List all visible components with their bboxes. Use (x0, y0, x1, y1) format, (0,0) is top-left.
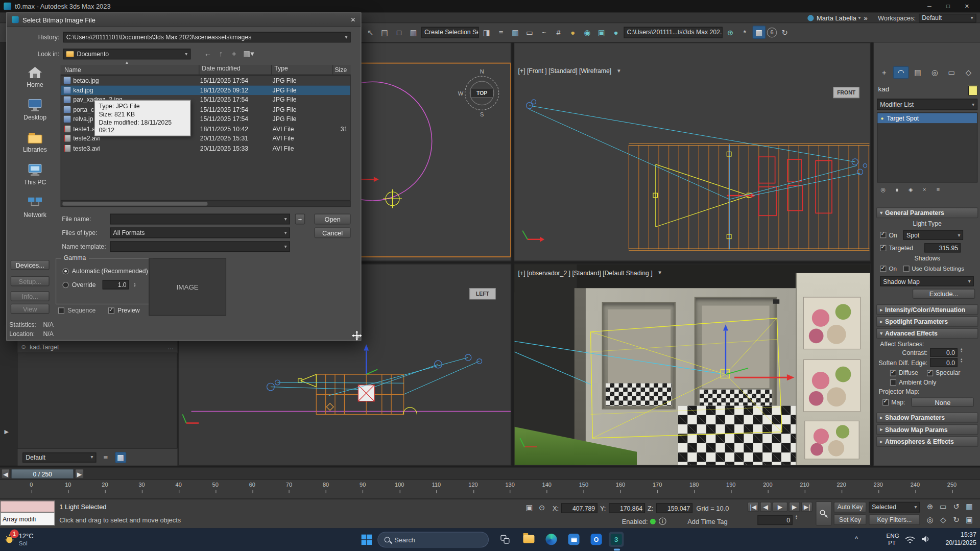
camera-glyph[interactable] (773, 299, 779, 304)
visibility-eye-icon[interactable]: ⊙ (21, 344, 26, 350)
target-line[interactable] (727, 145, 731, 250)
go-end-button[interactable]: ▶| (801, 502, 812, 512)
place-this-pc[interactable]: This PC (11, 163, 59, 185)
language-indicator[interactable]: ENG (886, 532, 899, 539)
zoom-region-icon[interactable]: ▦ (963, 500, 975, 513)
project-path-field[interactable]: C:\Users\201111...ts\3ds Max 202... (624, 27, 722, 38)
selection-set-select[interactable]: Create Selection Se▾ (421, 27, 479, 38)
selected-target-box[interactable] (358, 385, 374, 401)
mirror-icon[interactable]: ◨ (480, 26, 493, 39)
view-button[interactable]: View (11, 304, 50, 314)
time-slider-handle[interactable]: 0 / 250 (11, 469, 74, 479)
file-name-input[interactable]: ▾ (110, 214, 290, 225)
preview-checkbox[interactable] (108, 307, 114, 314)
motion-tab-icon[interactable]: ◎ (927, 66, 943, 79)
dialog-close-icon[interactable]: ✕ (350, 16, 355, 23)
viewport-perspective-label[interactable]: [+] [observador_2 ] [Standard] [Default … (518, 270, 653, 276)
user-menu[interactable]: Marta Labella▾ (817, 14, 861, 22)
minimize-button[interactable]: ─ (920, 3, 939, 9)
y-coordinate-field[interactable]: 170.864 (609, 503, 645, 513)
rollout-advanced-effects[interactable]: ▾Advanced Effects (876, 328, 978, 339)
hierarchy-tab-icon[interactable]: ▤ (910, 66, 926, 79)
rollout-general-parameters[interactable]: ▾General Parameters (876, 207, 978, 218)
info-button[interactable]: Info... (11, 291, 50, 301)
sequence-checkbox[interactable] (58, 307, 64, 314)
layer-list-icon[interactable]: ≡ (100, 451, 111, 463)
close-button[interactable]: ✕ (958, 3, 976, 9)
render-setup-icon[interactable]: ◉ (581, 26, 594, 39)
rollout-intensity[interactable]: ▸Intensity/Color/Attenuation (876, 304, 978, 315)
viewport-perspective[interactable]: [+] [observador_2 ] [Standard] [Default … (514, 263, 871, 465)
zoom-icon[interactable]: ⊕ (924, 500, 936, 513)
pin-stack-icon[interactable]: ◎ (877, 184, 889, 194)
select-by-name-icon[interactable]: ▤ (378, 26, 391, 39)
open-button[interactable]: Open (315, 214, 351, 225)
menu-overflow-chevron[interactable]: » (864, 14, 868, 22)
set-keys-big-button[interactable] (816, 501, 832, 526)
map-checkbox[interactable] (882, 399, 889, 405)
maxscript-mini-listener[interactable]: Array modifi (0, 513, 55, 526)
rollout-shadow-parameters[interactable]: ▸Shadow Parameters (876, 413, 978, 423)
file-explorer-icon[interactable] (521, 532, 536, 547)
soften-field[interactable]: 0.0 (930, 358, 958, 367)
window-crossing-icon[interactable]: ▦ (407, 26, 420, 39)
helper-gizmo[interactable] (383, 189, 402, 208)
viewcube-front[interactable]: FRONT (833, 87, 859, 98)
viewcube-left[interactable]: LEFT (469, 288, 495, 299)
specular-checkbox[interactable] (927, 370, 933, 376)
named-set-select[interactable]: Default▾ (22, 452, 96, 462)
horizontal-scrollbar[interactable] (61, 201, 351, 207)
start-button[interactable] (361, 534, 372, 545)
align-icon[interactable]: ≡ (494, 26, 508, 39)
task-view-icon[interactable] (497, 532, 512, 547)
time-slider-track[interactable]: ◀ 0 / 250 ▶ (0, 467, 980, 480)
grid-toggle-icon[interactable]: ▦ (115, 451, 126, 463)
material-editor-icon[interactable]: ● (566, 26, 580, 39)
rollout-shadow-map-params[interactable]: ▸Shadow Map Params (876, 424, 978, 435)
select-object-icon[interactable]: ↖ (364, 26, 377, 39)
maximize-button[interactable]: □ (939, 3, 958, 9)
spotlight-cone[interactable] (298, 374, 316, 387)
make-unique-icon[interactable]: ◈ (904, 184, 917, 194)
history-select[interactable]: C:\Users\20111101\Documents\3ds Max 2023… (63, 32, 351, 42)
devices-button[interactable]: Devices... (11, 260, 50, 270)
row-options-icon[interactable]: … (168, 344, 174, 350)
soften-spinner[interactable]: ▲▼ (960, 358, 963, 363)
back-icon[interactable]: ← (202, 48, 213, 59)
rendered-frame-icon[interactable]: ▣ (595, 26, 608, 39)
dock-expand-button[interactable]: ▶ (5, 429, 9, 435)
ribbon-toggle-icon[interactable]: ▭ (523, 26, 536, 39)
viewport-front-label[interactable]: [+] [Front ] [Standard] [Wireframe] (518, 67, 612, 74)
frame-forward-button[interactable]: ▶ (75, 469, 84, 479)
diamond-helper[interactable] (326, 403, 333, 411)
place-libraries[interactable]: Libraries (11, 131, 59, 153)
gamma-automatic-radio[interactable] (62, 268, 68, 274)
tray-expand-icon[interactable]: ^ (855, 535, 858, 542)
modifier-list-select[interactable]: Modifier List▾ (877, 99, 977, 110)
viewport-compass[interactable]: N W S TOP (458, 68, 499, 117)
file-row[interactable]: teste3.avi 20/11/2025 15:33 AVI File (61, 143, 350, 153)
stack-item-target-spot[interactable]: ● Target Spot (877, 113, 977, 124)
name-template-select[interactable]: ▾ (110, 241, 290, 252)
light-type-select[interactable]: Spot▾ (903, 230, 963, 240)
massfx-icon[interactable]: ⊕ (724, 26, 737, 39)
column-type[interactable]: Type (272, 65, 333, 74)
object-color-swatch[interactable] (968, 86, 977, 96)
add-button[interactable]: + (295, 214, 305, 225)
x-coordinate-field[interactable]: 407.789 (561, 503, 597, 513)
viewport-filter-icon[interactable]: ▼ (657, 270, 662, 276)
display-tab-icon[interactable]: ▭ (944, 66, 960, 79)
render-production-icon[interactable]: ● (609, 26, 623, 39)
schematic-view-icon[interactable]: # (552, 26, 565, 39)
prev-frame-button[interactable]: ◀ (760, 502, 771, 512)
z-coordinate-field[interactable]: 159.047 (656, 503, 692, 513)
curve-editor-icon[interactable]: ~ (538, 26, 551, 39)
scene-explorer-row[interactable]: ⊙ kad.Target … (17, 341, 177, 353)
dialog-titlebar[interactable]: Select Bitmap Image File ✕ (7, 13, 361, 27)
rollout-atmospheres[interactable]: ▸Atmospheres & Effects (876, 436, 978, 447)
sort-caret-icon[interactable]: ▴ (126, 59, 128, 65)
light-on-checkbox[interactable] (880, 232, 886, 238)
isolate-selection-icon[interactable]: ▣ (524, 502, 535, 513)
up-folder-icon[interactable]: ↑ (215, 48, 227, 59)
current-frame-field[interactable]: 0 (757, 515, 793, 525)
